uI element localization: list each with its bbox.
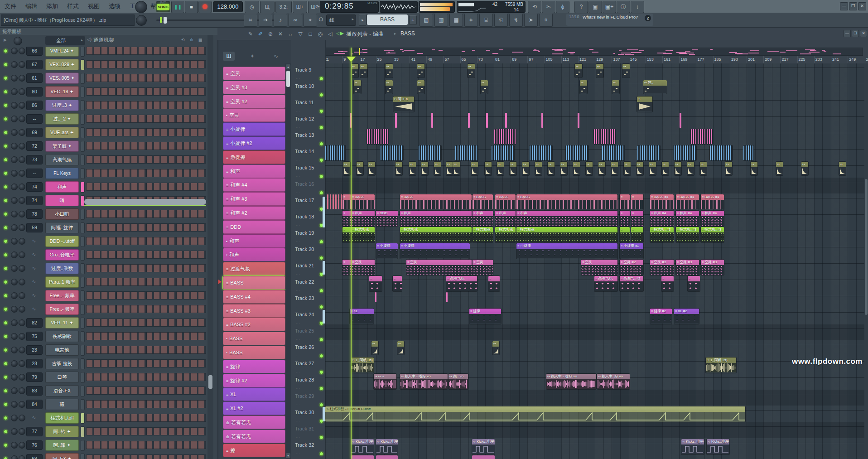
volume-knob[interactable] (19, 197, 25, 204)
collapse-arrow-icon[interactable]: ▶ (4, 38, 7, 42)
track-name[interactable]: Track 22 (295, 279, 314, 285)
playlist-clip-block[interactable] (494, 129, 516, 144)
channel-button[interactable]: Free..- 频率 (45, 290, 79, 301)
shop-icon[interactable]: ¤ (539, 14, 553, 27)
playlist-clip[interactable]: ≡ (661, 276, 674, 291)
playlist-clip[interactable]: ≡空灵 (581, 260, 617, 275)
pat-song-switch[interactable]: PAT SONG (156, 1, 170, 12)
export-button[interactable]: ↓ (631, 1, 644, 13)
track-mute-led[interactable] (319, 240, 323, 244)
channelrack-panel-icon[interactable]: ▦ (449, 14, 463, 27)
track-name[interactable]: Track 32 (295, 442, 314, 448)
channel-target-box[interactable]: 84 (26, 400, 43, 409)
volume-knob[interactable] (19, 333, 25, 340)
track-name[interactable]: Track 19 (295, 230, 314, 236)
playlist-clip[interactable]: ↦ (637, 97, 652, 112)
track-name[interactable]: Track 15 (295, 165, 314, 170)
track-name[interactable]: Track 31 (295, 426, 314, 431)
channel-target-box[interactable]: 74 (26, 196, 43, 205)
volume-knob[interactable] (19, 75, 25, 82)
volume-knob[interactable] (19, 48, 25, 54)
pause-button[interactable]: ❚❚ (171, 1, 184, 13)
channel-led[interactable] (4, 430, 8, 434)
channel-target-box[interactable]: ∿ (26, 277, 42, 286)
playlist-clip[interactable]: ↦ (481, 80, 488, 94)
volume-knob[interactable] (19, 61, 25, 68)
track-name[interactable]: Track 10 (295, 83, 314, 89)
select-tool-icon[interactable]: □ (306, 29, 315, 39)
playlist-scrollbar[interactable] (864, 63, 868, 459)
channel-led[interactable] (4, 443, 8, 447)
playlist-clip[interactable]: ≡空灵 #3 (701, 260, 724, 275)
volume-knob[interactable] (19, 415, 25, 421)
channel-led[interactable] (4, 158, 8, 162)
playlist-clip[interactable]: ≡ (631, 211, 643, 226)
channel-led[interactable] (4, 144, 8, 148)
scroll-down-icon[interactable]: ▾ (286, 453, 290, 458)
clip-start-marker[interactable] (323, 310, 325, 324)
pan-knob[interactable] (11, 455, 18, 459)
about-button[interactable]: ⓘ (617, 1, 630, 13)
playlist-clip[interactable]: ≡BASS #4 (701, 194, 724, 210)
clip-start-marker[interactable] (323, 261, 325, 275)
volume-knob[interactable] (19, 292, 25, 299)
track-options-dots[interactable]: ... (296, 369, 300, 373)
channel-button[interactable]: 阿福..旋律 (45, 222, 79, 233)
channel-led[interactable] (4, 185, 8, 189)
channel-target-box[interactable]: 73 (26, 155, 43, 164)
playlist-clip[interactable]: ≡柱式和..#3 (676, 227, 699, 242)
slider-handle[interactable] (164, 17, 167, 24)
playlist-clip[interactable]: ≡ (631, 194, 643, 210)
pattern-item[interactable]: ≡空灵 #2 (223, 95, 285, 108)
channel-target-box[interactable]: 77 (26, 427, 43, 436)
pattern-item[interactable]: •和声 (223, 248, 285, 261)
playlist-clip[interactable]: ≡BASS (400, 194, 472, 210)
channel-button[interactable]: VUF..ars ✦ (45, 127, 79, 138)
pan-knob[interactable] (11, 387, 18, 394)
track-mute-led[interactable] (319, 142, 323, 146)
stamp-icon[interactable]: ⌖ (304, 14, 317, 27)
mixer-panel-icon[interactable]: ⌗ (464, 14, 478, 27)
playlist-clip[interactable]: ↦ (343, 162, 350, 175)
playlist-clip[interactable]: ↦ (611, 162, 618, 175)
pan-knob[interactable] (11, 360, 18, 367)
channel-target-box[interactable]: 75 (26, 332, 43, 341)
track-mute-led[interactable] (319, 256, 323, 260)
pattern-item[interactable]: ≡XL (223, 387, 285, 401)
playlist-clip[interactable]: ↦ (649, 162, 656, 175)
playlist-scrollbar-handle[interactable] (865, 179, 868, 315)
slice-tool-icon[interactable]: ▽ (296, 29, 305, 39)
channel-target-box[interactable]: 80 (26, 87, 43, 97)
volume-knob[interactable] (19, 224, 25, 231)
playlist-clip[interactable]: ↦ (368, 162, 375, 175)
track-mute-led[interactable] (319, 435, 323, 440)
pat-label[interactable]: PAT (156, 1, 170, 4)
pan-knob[interactable] (11, 292, 18, 299)
channel-target-box[interactable]: 59 (26, 223, 43, 232)
channel-button[interactable]: 高潮气氛 (45, 154, 79, 165)
channel-button[interactable]: 电吉他 (45, 344, 79, 356)
channel-led[interactable] (4, 171, 8, 175)
channel-button[interactable]: DDD -..utoff (45, 236, 79, 247)
playlist-clip[interactable]: ↦ (675, 162, 681, 175)
volume-knob[interactable] (19, 170, 25, 177)
playlist-clip[interactable]: ↦阿..FX (393, 97, 414, 112)
pan-knob[interactable] (11, 88, 18, 95)
swing-knob[interactable] (14, 37, 22, 45)
channel-target-box[interactable]: 82 (26, 318, 43, 328)
playlist-clip[interactable]: ↦ (397, 341, 404, 355)
track-options-dots[interactable]: ... (296, 337, 300, 341)
clip-start-marker[interactable] (323, 407, 325, 421)
volume-knob[interactable] (19, 129, 25, 136)
playlist-clip[interactable]: ≡ (342, 211, 351, 226)
playlist-clip-thin[interactable] (395, 113, 397, 128)
pattern-item[interactable]: •BASS (223, 332, 285, 345)
channel-target-box[interactable]: ∿ (26, 250, 42, 259)
channel-button[interactable]: 小口哨 (45, 208, 79, 220)
channel-led[interactable] (4, 362, 8, 366)
channel-target-box[interactable]: 61 (26, 73, 43, 83)
pan-knob[interactable] (11, 279, 18, 285)
playlist-clip[interactable]: ↦ (548, 162, 555, 175)
pianoroll-panel-icon[interactable]: ▥ (434, 14, 448, 27)
volume-knob[interactable] (19, 211, 25, 217)
